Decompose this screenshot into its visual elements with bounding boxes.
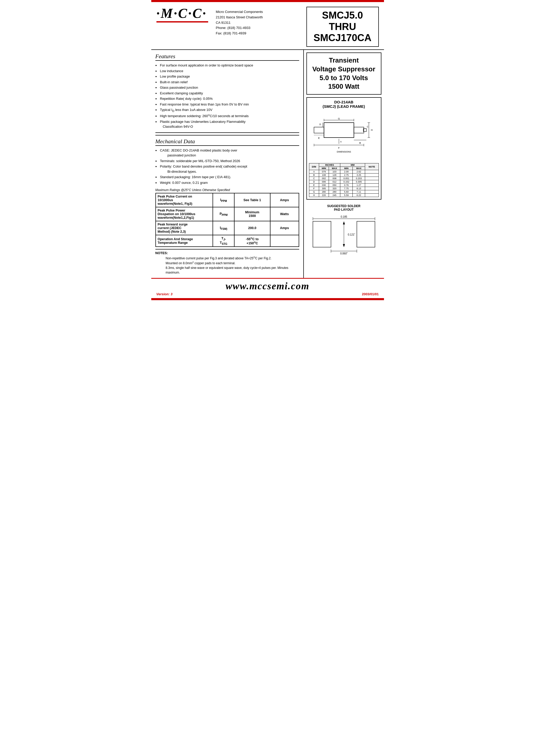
solder-diagram: 0.185 0.121" 0.060": [310, 213, 378, 255]
features-list: For surface mount application in order t…: [155, 63, 299, 129]
package-box: DO-214AB(SMCJ) (LEAD FRAME) G: [306, 97, 381, 200]
features-title: Features: [155, 53, 299, 61]
value-cell: Minimum1500: [234, 207, 270, 221]
separator-1: [155, 132, 299, 133]
part-number-box: SMCJ5.0THRUSMCJ170CA: [306, 7, 379, 47]
feature-item: Glass passivated junction: [155, 85, 299, 90]
dim-row: E0300500.761.27: [309, 183, 379, 187]
dim-max-header: MAX: [329, 167, 340, 170]
symbol-cell: TJ,TSTG: [213, 235, 234, 247]
part-number: SMCJ5.0THRUSMCJ170CA: [311, 10, 375, 44]
description-box: Transient Voltage Suppressor 5.0 to 170 …: [306, 52, 381, 95]
dim-row: A0791032.002.62: [309, 170, 379, 174]
right-column: Transient Voltage Suppressor 5.0 to 170 …: [304, 50, 384, 278]
svg-text:D: D: [319, 123, 321, 126]
dim-mm-header: MM: [340, 163, 365, 167]
svg-rect-2: [354, 127, 364, 133]
feature-item: Typical ID less than 1uA above 10V: [155, 107, 299, 113]
dim-note-header: NOTE: [365, 163, 379, 170]
mechanical-list: CASE: JEDEC DO-214AB molded plastic body…: [155, 148, 299, 185]
mech-item: Polarity: Color band denotes positive en…: [155, 164, 299, 174]
value-cell: -55OC to+150OC: [234, 235, 270, 247]
param-cell: Peak Pulse Current on10/1000uswaveform(N…: [156, 193, 213, 207]
param-cell: Operation And StorageTemperature Range: [156, 235, 213, 247]
svg-text:C: C: [367, 126, 368, 128]
unit-cell: Amps: [270, 221, 299, 235]
footer-date: 2003/01/01: [362, 292, 379, 296]
symbol-cell: IFSM): [213, 221, 234, 235]
unit-cell: Amps: [270, 193, 299, 207]
table-row: Operation And StorageTemperature Range T…: [156, 235, 299, 247]
param-cell: Peak Pulse PowerDisspation on 10/1000usw…: [156, 207, 213, 221]
description-title: Transient Voltage Suppressor 5.0 to 170 …: [309, 56, 379, 91]
header-section: ·M·C·C· Micro Commercial Components 2120…: [151, 2, 384, 50]
svg-text:0.060": 0.060": [340, 252, 348, 255]
package-diagram: G H D A C E B: [309, 110, 379, 160]
feature-item: Repetition Rate( duty cycle): 0.05%: [155, 96, 299, 101]
svg-text:0.121": 0.121": [348, 233, 355, 236]
feature-item: For surface mount application in order t…: [155, 63, 299, 68]
mechanical-title: Mechanical Data: [155, 138, 299, 146]
value-cell: See Table 1: [234, 193, 270, 207]
svg-marker-34: [343, 244, 345, 247]
table-row: Peak Pulse Current on10/1000uswaveform(N…: [156, 193, 299, 207]
feature-item: High temperature soldering: 260OC/10 sec…: [155, 114, 299, 119]
footer-section: www.mccsemi.com Version: 3 2003/01/01: [151, 278, 384, 298]
value-cell: 200.0: [234, 221, 270, 235]
dim-row: F3053207.758.13: [309, 187, 379, 190]
param-cell: Peak forward surgecurrent (JEDECMethod) …: [156, 221, 213, 235]
dim-header: D/M: [309, 163, 319, 170]
svg-marker-33: [343, 221, 345, 224]
footer-bottom: Version: 3 2003/01/01: [156, 292, 379, 296]
package-title: DO-214AB(SMCJ) (LEAD FRAME): [309, 100, 379, 109]
dim-row: B1081282.753.25: [309, 174, 379, 177]
mech-item: Weight: 0.007 ounce, 0.21 gram: [155, 180, 299, 185]
svg-text:B: B: [359, 141, 361, 144]
company-phone: Phone: (818) 701-4933: [216, 25, 304, 31]
dim-row: G2802805.607.11: [309, 190, 379, 194]
footer-url: www.mccsemi.com: [156, 280, 379, 292]
feature-item: Excellent clamping capability: [155, 91, 299, 96]
dim-row: C0020080.0510.203: [309, 177, 379, 180]
svg-text:A: A: [340, 141, 342, 143]
svg-rect-0: [324, 123, 354, 138]
symbol-cell: IPPM: [213, 193, 234, 207]
dim-row: H2202455.596.22: [309, 194, 379, 197]
table-row: Peak forward surgecurrent (JEDECMethod) …: [156, 221, 299, 235]
company-name: Micro Commercial Components: [216, 9, 304, 15]
notes-title: NOTES:: [155, 251, 299, 255]
footer-version: Version: 3: [156, 292, 173, 296]
solder-pad-section: SUGGESTED SOLDERPAD LAYOUT 0.185 0.121": [306, 202, 381, 258]
top-red-bar: [151, 0, 384, 2]
ratings-note: Maximum Ratings @25°C Unless Otherwise S…: [155, 188, 299, 192]
svg-rect-1: [314, 127, 324, 133]
company-city: CA 91311: [216, 20, 304, 26]
notes-section: NOTES: Non-repetitive current pulse per …: [155, 249, 299, 275]
dim-row: D0060120.1520.305: [309, 180, 379, 183]
unit-cell: [270, 235, 299, 247]
feature-item: Plastic package has Underwrites Laborato…: [155, 119, 299, 129]
main-content: Features For surface mount application i…: [151, 50, 384, 278]
table-row: Peak Pulse PowerDisspation on 10/1000usw…: [156, 207, 299, 221]
notes-list: Non-repetitive current pulse per Fig.3 a…: [155, 256, 299, 275]
solder-title: SUGGESTED SOLDERPAD LAYOUT: [308, 204, 379, 211]
ratings-table: Peak Pulse Current on10/1000uswaveform(N…: [155, 193, 299, 247]
svg-text:0.185: 0.185: [341, 215, 347, 218]
svg-rect-26: [313, 221, 331, 247]
feature-item: Built-in strain relief: [155, 80, 299, 85]
logo-red-bar: [156, 21, 208, 22]
note-item: Mounted on 8.0mm2 copper pads to each te…: [160, 261, 299, 266]
dim-min-mm-header: MIN: [340, 167, 353, 170]
unit-cell: Watts: [270, 207, 299, 221]
logo-area: ·M·C·C·: [156, 7, 213, 22]
company-fax: Fax: (818) 701-4939: [216, 31, 304, 36]
logo: ·M·C·C·: [156, 7, 213, 20]
dim-inches-header: INCHES: [319, 163, 340, 167]
company-info: Micro Commercial Components 21201 Itasca…: [213, 7, 304, 36]
note-item: Non-repetitive current pulse per Fig.3 a…: [160, 256, 299, 261]
left-column: Features For surface mount application i…: [151, 50, 304, 278]
feature-item: Fast response time: typical less than 1p…: [155, 102, 299, 107]
svg-text:F: F: [338, 147, 340, 150]
svg-text:DIMENSIONS: DIMENSIONS: [337, 151, 351, 153]
feature-item: Low profile package: [155, 74, 299, 79]
